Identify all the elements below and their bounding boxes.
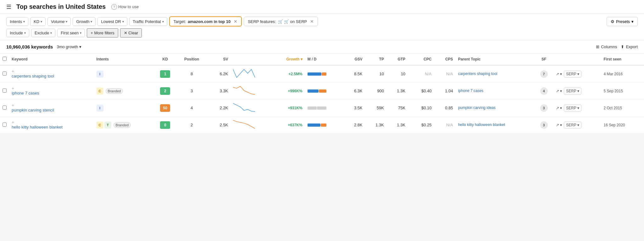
cpc-cell: $0.25 — [408, 117, 434, 134]
col-gtp-header: GTP — [386, 54, 408, 65]
lowest-dr-filter[interactable]: Lowest DR ▾ — [97, 17, 127, 26]
cps-cell: 1.04 — [434, 83, 455, 100]
kd-filter[interactable]: KD ▾ — [30, 17, 46, 26]
clear-button[interactable]: ✕ Clear — [120, 28, 142, 37]
col-kd-header[interactable]: KD — [154, 54, 177, 65]
col-position-header: Position — [177, 54, 207, 65]
growth-selector[interactable]: 3mo growth ▾ — [57, 44, 81, 49]
sf-badge: 4 — [540, 87, 548, 95]
growth-selector-caret: ▾ — [79, 44, 81, 49]
header-left: 10,960,036 keywords 3mo growth ▾ — [6, 44, 81, 49]
growth-cell: +637K% — [272, 117, 305, 134]
intent-badge: C — [97, 88, 103, 95]
export-icon: ⬆ — [621, 44, 624, 49]
first-seen-cell: 4 Mar 2016 — [601, 65, 644, 83]
include-filter[interactable]: Include ▾ — [6, 29, 29, 37]
intents-cell: CBranded — [94, 83, 154, 100]
volume-filter[interactable]: Volume ▾ — [47, 17, 71, 26]
presets-button[interactable]: ⚙ Presets ▾ — [607, 17, 638, 26]
sv-cell: 3.3K — [207, 83, 231, 100]
parent-topic-link[interactable]: carpenters shaping tool — [458, 72, 532, 77]
keyword-link[interactable]: hello kitty halloween blanket — [12, 125, 92, 130]
volume-caret: ▾ — [66, 20, 67, 23]
parent-topic-link[interactable]: pumpkin carving ideas — [458, 106, 532, 111]
row-checkbox[interactable] — [3, 89, 7, 93]
first-seen-cell: 5 Sep 2015 — [601, 83, 644, 100]
serp-filter[interactable]: SERP features: 🛒 🛒 on SERP ✕ — [244, 17, 318, 26]
first-seen-filter[interactable]: First seen ▾ — [57, 29, 85, 37]
table-row: + pumpkin carving stencil I 50 4 2.2K +9… — [0, 100, 644, 117]
parent-topic-link[interactable]: iphone 7 cases — [458, 89, 532, 94]
parent-topic-cell: pumpkin carving ideas — [456, 100, 535, 117]
serp-dropdown[interactable]: SERP ▾ — [564, 88, 581, 95]
serp-close-icon[interactable]: ✕ — [310, 19, 314, 24]
sf-badge: 3 — [540, 121, 548, 129]
trend-button[interactable]: ↗ ▾ — [556, 89, 562, 93]
col-select-all[interactable] — [0, 54, 9, 65]
sort-arrow-icon: ▾ — [301, 57, 303, 61]
kd-badge: 0 — [160, 121, 170, 129]
row-checkbox[interactable] — [3, 72, 7, 76]
intents-filter[interactable]: Intents ▾ — [6, 17, 28, 26]
serp-dropdown[interactable]: SERP ▾ — [564, 71, 581, 77]
tp-cell: 900 — [365, 83, 386, 100]
add-row-icon[interactable]: + — [12, 86, 14, 91]
col-sv-header: SV — [207, 54, 231, 65]
trend-button[interactable]: ↗ ▾ — [556, 106, 562, 110]
growth-filter[interactable]: Growth ▾ — [73, 17, 96, 26]
cpc-cell: $0.40 — [408, 83, 434, 100]
branded-badge: Branded — [114, 122, 131, 128]
intent-badge: I — [97, 105, 103, 112]
col-intents-header: Intents — [94, 54, 154, 65]
kd-badge: 50 — [160, 104, 170, 112]
first-seen-cell: 16 Sep 2020 — [601, 117, 644, 134]
col-growth-header[interactable]: Growth ▾ — [272, 54, 305, 65]
gsv-cell: 3.5K — [341, 100, 365, 117]
keywords-count: 10,960,036 keywords — [6, 44, 53, 49]
trend-button[interactable]: ↗ ▾ — [556, 123, 562, 127]
traffic-potential-filter[interactable]: Traffic Potential ▾ — [129, 17, 167, 26]
export-button[interactable]: ⬆ Export — [621, 44, 638, 49]
table-row: + hello kitty halloween blanket CTBrande… — [0, 117, 644, 134]
target-close-icon[interactable]: ✕ — [234, 19, 237, 24]
serp-dropdown[interactable]: SERP ▾ — [564, 105, 581, 112]
columns-button[interactable]: ⊞ Columns — [596, 44, 617, 49]
serp-dropdown[interactable]: SERP ▾ — [564, 122, 581, 129]
sv-cell: 6.2K — [207, 65, 231, 83]
add-row-icon[interactable]: + — [12, 103, 14, 108]
target-filter[interactable]: Target: amazon.com in top 10 ✕ — [169, 16, 242, 26]
col-cps-header: CPS — [434, 54, 455, 65]
col-parent-header: Parent Topic — [456, 54, 535, 65]
kd-cell: 1 — [154, 65, 177, 83]
menu-icon[interactable]: ☰ — [6, 3, 11, 10]
exclude-filter[interactable]: Exclude ▾ — [31, 29, 55, 37]
keyword-link[interactable]: carpenters shaping tool — [12, 74, 92, 79]
sf-badge: 3 — [540, 104, 548, 112]
parent-topic-cell: hello kitty halloween blanket — [456, 117, 535, 134]
row-checkbox[interactable] — [3, 123, 7, 127]
sf-cell: 3 — [534, 117, 553, 134]
keyword-link[interactable]: iphone 7 cases — [12, 91, 92, 96]
more-filters-button[interactable]: + More filters — [87, 28, 118, 37]
parent-topic-link[interactable]: hello kitty halloween blanket — [458, 123, 532, 128]
keyword-link[interactable]: pumpkin carving stencil — [12, 108, 92, 113]
growth-value: +2.5M% — [288, 72, 302, 76]
trend-button[interactable]: ↗ ▾ — [556, 72, 562, 76]
col-sparkline-header — [230, 54, 271, 65]
sf-cell: 3 — [534, 100, 553, 117]
filter-row-2: Include ▾ Exclude ▾ First seen ▾ + More … — [6, 28, 638, 37]
sv-cell: 2.2K — [207, 100, 231, 117]
cps-cell: N/A — [434, 117, 455, 134]
col-cpc-header: CPC — [408, 54, 434, 65]
row-checkbox[interactable] — [3, 106, 7, 110]
help-label: How to use — [118, 4, 139, 9]
help-button[interactable]: ? How to use — [111, 4, 139, 10]
add-row-icon[interactable]: + — [12, 69, 14, 74]
col-sf-header: SF — [534, 54, 553, 65]
kd-cell: 0 — [154, 117, 177, 134]
select-all-checkbox[interactable] — [3, 57, 7, 61]
add-row-icon[interactable]: + — [12, 120, 14, 125]
first-seen-caret: ▾ — [80, 31, 81, 35]
growth-caret: ▾ — [91, 20, 92, 23]
presets-caret: ▾ — [631, 19, 634, 24]
